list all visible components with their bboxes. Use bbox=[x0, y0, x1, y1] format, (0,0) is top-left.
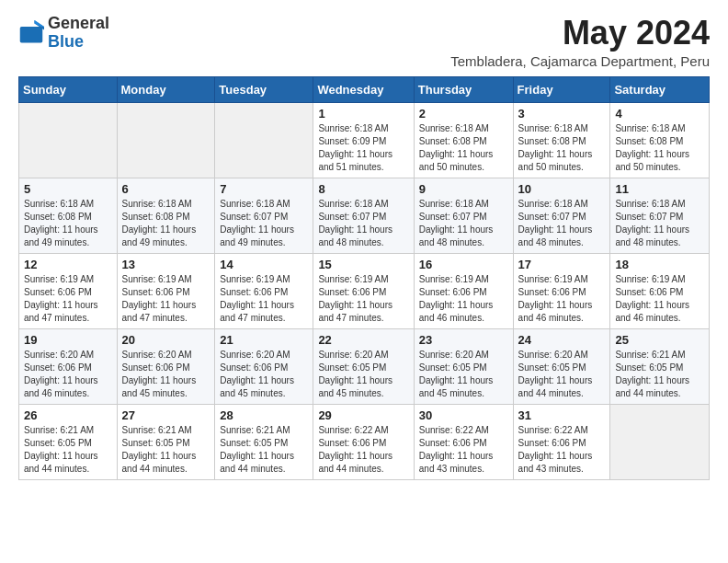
day-number: 21 bbox=[220, 333, 308, 347]
day-number: 5 bbox=[24, 182, 112, 196]
day-info: Sunrise: 6:19 AM Sunset: 6:06 PM Dayligh… bbox=[615, 273, 704, 325]
weekday-header-monday: Monday bbox=[117, 76, 215, 102]
calendar-week-1: 1Sunrise: 6:18 AM Sunset: 6:09 PM Daylig… bbox=[19, 102, 710, 178]
day-info: Sunrise: 6:18 AM Sunset: 6:07 PM Dayligh… bbox=[419, 198, 508, 249]
calendar-cell: 3Sunrise: 6:18 AM Sunset: 6:08 PM Daylig… bbox=[513, 102, 610, 178]
logo-general-text: General bbox=[48, 15, 109, 33]
calendar-cell: 14Sunrise: 6:19 AM Sunset: 6:06 PM Dayli… bbox=[215, 253, 313, 328]
day-number: 17 bbox=[518, 258, 606, 271]
weekday-header-wednesday: Wednesday bbox=[313, 76, 414, 102]
day-number: 20 bbox=[122, 333, 210, 347]
calendar-table: SundayMondayTuesdayWednesdayThursdayFrid… bbox=[18, 76, 710, 480]
calendar-cell: 8Sunrise: 6:18 AM Sunset: 6:07 PM Daylig… bbox=[313, 178, 414, 253]
calendar-cell: 12Sunrise: 6:19 AM Sunset: 6:06 PM Dayli… bbox=[19, 253, 118, 328]
month-title: May 2024 bbox=[450, 15, 710, 52]
day-number: 2 bbox=[419, 107, 508, 121]
calendar-cell bbox=[117, 102, 215, 178]
day-info: Sunrise: 6:20 AM Sunset: 6:06 PM Dayligh… bbox=[220, 349, 308, 400]
calendar-cell: 17Sunrise: 6:19 AM Sunset: 6:06 PM Dayli… bbox=[513, 253, 610, 328]
calendar-cell: 5Sunrise: 6:18 AM Sunset: 6:08 PM Daylig… bbox=[19, 178, 118, 253]
calendar-week-5: 26Sunrise: 6:21 AM Sunset: 6:05 PM Dayli… bbox=[19, 404, 710, 479]
day-info: Sunrise: 6:22 AM Sunset: 6:06 PM Dayligh… bbox=[518, 424, 606, 476]
calendar-week-4: 19Sunrise: 6:20 AM Sunset: 6:06 PM Dayli… bbox=[19, 328, 710, 404]
calendar-cell bbox=[19, 102, 118, 178]
day-number: 13 bbox=[122, 258, 210, 271]
day-number: 14 bbox=[220, 258, 308, 271]
day-number: 27 bbox=[122, 408, 210, 422]
weekday-header-friday: Friday bbox=[513, 76, 610, 102]
day-info: Sunrise: 6:18 AM Sunset: 6:08 PM Dayligh… bbox=[419, 122, 508, 174]
svg-rect-0 bbox=[20, 27, 43, 43]
day-number: 12 bbox=[24, 258, 112, 271]
day-info: Sunrise: 6:19 AM Sunset: 6:06 PM Dayligh… bbox=[220, 273, 308, 325]
day-info: Sunrise: 6:19 AM Sunset: 6:06 PM Dayligh… bbox=[122, 273, 210, 325]
calendar-cell bbox=[215, 102, 313, 178]
day-info: Sunrise: 6:22 AM Sunset: 6:06 PM Dayligh… bbox=[419, 424, 508, 476]
day-info: Sunrise: 6:19 AM Sunset: 6:06 PM Dayligh… bbox=[518, 273, 606, 325]
day-info: Sunrise: 6:18 AM Sunset: 6:07 PM Dayligh… bbox=[518, 198, 606, 249]
day-info: Sunrise: 6:19 AM Sunset: 6:06 PM Dayligh… bbox=[318, 273, 408, 325]
day-info: Sunrise: 6:21 AM Sunset: 6:05 PM Dayligh… bbox=[122, 424, 210, 476]
weekday-header-sunday: Sunday bbox=[19, 76, 118, 102]
day-number: 26 bbox=[24, 408, 112, 422]
calendar-cell: 1Sunrise: 6:18 AM Sunset: 6:09 PM Daylig… bbox=[313, 102, 414, 178]
day-info: Sunrise: 6:18 AM Sunset: 6:07 PM Dayligh… bbox=[318, 198, 408, 249]
day-info: Sunrise: 6:18 AM Sunset: 6:08 PM Dayligh… bbox=[24, 198, 112, 249]
day-number: 8 bbox=[318, 182, 408, 196]
calendar-cell: 16Sunrise: 6:19 AM Sunset: 6:06 PM Dayli… bbox=[414, 253, 513, 328]
calendar-cell: 24Sunrise: 6:20 AM Sunset: 6:05 PM Dayli… bbox=[513, 328, 610, 404]
calendar-cell: 20Sunrise: 6:20 AM Sunset: 6:06 PM Dayli… bbox=[117, 328, 215, 404]
weekday-header-saturday: Saturday bbox=[610, 76, 710, 102]
calendar-cell: 28Sunrise: 6:21 AM Sunset: 6:05 PM Dayli… bbox=[215, 404, 313, 479]
day-number: 22 bbox=[318, 333, 408, 347]
day-number: 31 bbox=[518, 408, 606, 422]
calendar-cell: 9Sunrise: 6:18 AM Sunset: 6:07 PM Daylig… bbox=[414, 178, 513, 253]
calendar-cell: 29Sunrise: 6:22 AM Sunset: 6:06 PM Dayli… bbox=[313, 404, 414, 479]
day-info: Sunrise: 6:18 AM Sunset: 6:08 PM Dayligh… bbox=[615, 122, 704, 174]
calendar-cell: 7Sunrise: 6:18 AM Sunset: 6:07 PM Daylig… bbox=[215, 178, 313, 253]
calendar-cell: 10Sunrise: 6:18 AM Sunset: 6:07 PM Dayli… bbox=[513, 178, 610, 253]
day-number: 4 bbox=[615, 107, 704, 121]
day-number: 1 bbox=[318, 107, 408, 121]
calendar-cell: 25Sunrise: 6:21 AM Sunset: 6:05 PM Dayli… bbox=[610, 328, 710, 404]
logo-icon bbox=[18, 20, 44, 46]
calendar-cell: 27Sunrise: 6:21 AM Sunset: 6:05 PM Dayli… bbox=[117, 404, 215, 479]
calendar-cell: 18Sunrise: 6:19 AM Sunset: 6:06 PM Dayli… bbox=[610, 253, 710, 328]
calendar-cell: 4Sunrise: 6:18 AM Sunset: 6:08 PM Daylig… bbox=[610, 102, 710, 178]
calendar-cell: 26Sunrise: 6:21 AM Sunset: 6:05 PM Dayli… bbox=[19, 404, 118, 479]
calendar-cell: 30Sunrise: 6:22 AM Sunset: 6:06 PM Dayli… bbox=[414, 404, 513, 479]
day-number: 10 bbox=[518, 182, 606, 196]
calendar-cell bbox=[610, 404, 710, 479]
location-title: Tembladera, Cajamarca Department, Peru bbox=[450, 53, 710, 69]
calendar-cell: 23Sunrise: 6:20 AM Sunset: 6:05 PM Dayli… bbox=[414, 328, 513, 404]
calendar-cell: 6Sunrise: 6:18 AM Sunset: 6:08 PM Daylig… bbox=[117, 178, 215, 253]
day-info: Sunrise: 6:18 AM Sunset: 6:07 PM Dayligh… bbox=[615, 198, 704, 249]
day-info: Sunrise: 6:18 AM Sunset: 6:08 PM Dayligh… bbox=[518, 122, 606, 174]
weekday-header-thursday: Thursday bbox=[414, 76, 513, 102]
day-info: Sunrise: 6:20 AM Sunset: 6:06 PM Dayligh… bbox=[24, 349, 112, 400]
logo: General Blue bbox=[18, 15, 109, 52]
day-number: 25 bbox=[615, 333, 704, 347]
calendar-cell: 22Sunrise: 6:20 AM Sunset: 6:05 PM Dayli… bbox=[313, 328, 414, 404]
calendar-cell: 15Sunrise: 6:19 AM Sunset: 6:06 PM Dayli… bbox=[313, 253, 414, 328]
svg-marker-2 bbox=[35, 20, 45, 27]
day-info: Sunrise: 6:19 AM Sunset: 6:06 PM Dayligh… bbox=[419, 273, 508, 325]
day-info: Sunrise: 6:18 AM Sunset: 6:09 PM Dayligh… bbox=[318, 122, 408, 174]
calendar-cell: 13Sunrise: 6:19 AM Sunset: 6:06 PM Dayli… bbox=[117, 253, 215, 328]
day-number: 9 bbox=[419, 182, 508, 196]
day-info: Sunrise: 6:20 AM Sunset: 6:05 PM Dayligh… bbox=[318, 349, 408, 400]
day-info: Sunrise: 6:21 AM Sunset: 6:05 PM Dayligh… bbox=[24, 424, 112, 476]
weekday-header-tuesday: Tuesday bbox=[215, 76, 313, 102]
day-number: 3 bbox=[518, 107, 606, 121]
day-number: 7 bbox=[220, 182, 308, 196]
day-number: 24 bbox=[518, 333, 606, 347]
logo-blue-text: Blue bbox=[48, 33, 109, 52]
calendar-cell: 21Sunrise: 6:20 AM Sunset: 6:06 PM Dayli… bbox=[215, 328, 313, 404]
day-number: 30 bbox=[419, 408, 508, 422]
day-info: Sunrise: 6:22 AM Sunset: 6:06 PM Dayligh… bbox=[318, 424, 408, 476]
day-number: 19 bbox=[24, 333, 112, 347]
calendar-week-2: 5Sunrise: 6:18 AM Sunset: 6:08 PM Daylig… bbox=[19, 178, 710, 253]
day-info: Sunrise: 6:20 AM Sunset: 6:05 PM Dayligh… bbox=[518, 349, 606, 400]
weekday-header-row: SundayMondayTuesdayWednesdayThursdayFrid… bbox=[19, 76, 710, 102]
day-info: Sunrise: 6:20 AM Sunset: 6:06 PM Dayligh… bbox=[122, 349, 210, 400]
